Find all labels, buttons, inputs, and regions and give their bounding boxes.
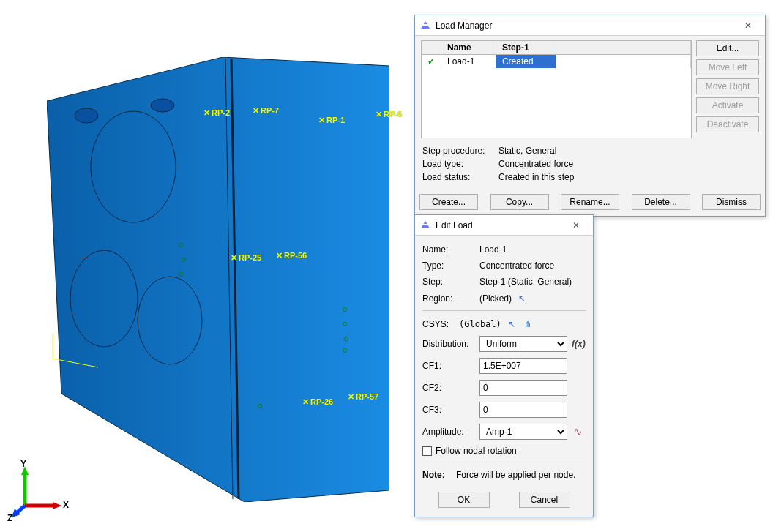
axis-label-x: X <box>63 500 69 510</box>
load-arrow: → <box>81 253 89 262</box>
note-label: Note: <box>422 470 445 480</box>
title-text: Load Manager <box>436 20 736 31</box>
pick-region-icon[interactable]: ↖ <box>516 293 528 304</box>
mesh-node <box>343 322 347 326</box>
svg-point-3 <box>75 108 98 123</box>
mesh-node <box>258 404 262 408</box>
mesh-node <box>179 272 183 277</box>
titlebar[interactable]: Load Manager ✕ <box>415 15 765 36</box>
fx-icon[interactable]: f(x) <box>572 339 586 349</box>
type-label: Type: <box>422 261 475 271</box>
row-step1: Created <box>496 55 556 69</box>
svg-rect-19 <box>422 224 428 225</box>
step-label: Step: <box>422 277 475 287</box>
load-type-label: Load type: <box>422 159 498 169</box>
titlebar[interactable]: Edit Load ✕ <box>415 215 593 236</box>
distribution-select[interactable]: Uniform <box>479 336 567 352</box>
ok-button[interactable]: OK <box>438 492 490 508</box>
cancel-button[interactable]: Cancel <box>519 492 570 508</box>
cf2-label: CF2: <box>422 383 475 393</box>
type-value: Concentrated force <box>479 261 554 271</box>
distribution-label: Distribution: <box>422 339 475 349</box>
svg-marker-13 <box>53 502 61 509</box>
follow-rotation-label: Follow nodal rotation <box>436 446 517 456</box>
edit-load-dialog: Edit Load ✕ Name:Load-1 Type:Concentrate… <box>414 214 594 517</box>
name-value: Load-1 <box>479 244 507 255</box>
load-status-value: Created in this step <box>498 172 574 182</box>
reference-point-rp-56[interactable]: RP-56 <box>276 251 307 261</box>
svg-rect-17 <box>422 24 428 26</box>
reference-point-rp-26[interactable]: RP-26 <box>302 397 333 407</box>
svg-point-4 <box>151 99 174 112</box>
close-icon[interactable]: ✕ <box>736 20 761 31</box>
axis-triad: Y X Z <box>10 463 69 522</box>
region-label: Region: <box>422 293 475 304</box>
app-icon <box>419 20 431 31</box>
mesh-node <box>344 337 348 341</box>
create-button[interactable]: Create... <box>419 194 478 210</box>
mesh-node <box>343 307 347 312</box>
amplitude-label: Amplitude: <box>422 427 475 437</box>
load-type-value: Concentrated force <box>498 159 573 169</box>
rename-button[interactable]: Rename... <box>561 194 619 210</box>
loads-table[interactable]: Name Step-1 ✓Load-1Created <box>421 40 692 138</box>
cf3-label: CF3: <box>422 405 475 415</box>
move-right-button: Move Right <box>696 78 759 94</box>
axis-label-y: Y <box>20 459 26 469</box>
col-step1[interactable]: Step-1 <box>496 41 556 55</box>
load-status-label: Load status: <box>422 172 498 182</box>
dismiss-button[interactable]: Dismiss <box>702 194 761 210</box>
cf3-input[interactable] <box>479 402 567 418</box>
copy-button[interactable]: Copy... <box>490 194 549 210</box>
reference-point-rp-2[interactable]: RP-2 <box>203 108 230 118</box>
row-name: Load-1 <box>441 55 496 69</box>
name-label: Name: <box>422 244 475 255</box>
app-icon <box>419 220 431 231</box>
row-check-icon: ✓ <box>422 55 441 69</box>
title-text: Edit Load <box>436 220 564 231</box>
delete-button[interactable]: Delete... <box>632 194 690 210</box>
cf1-label: CF1: <box>422 361 475 371</box>
cf1-input[interactable] <box>479 358 567 374</box>
step-value: Step-1 (Static, General) <box>479 277 572 287</box>
move-left-button: Move Left <box>696 59 759 75</box>
pick-csys-icon[interactable]: ↖ <box>506 318 518 330</box>
viewport-3d[interactable]: → RP-2RP-7RP-1RP-6RP-25RP-56RP-26RP-57 Y… <box>0 0 410 532</box>
activate-button: Activate <box>696 97 759 113</box>
note-text: Force will be applied per node. <box>456 470 575 480</box>
amplitude-select[interactable]: Amp-1 <box>479 424 567 440</box>
mesh-node <box>179 243 183 247</box>
region-value: (Picked) <box>479 293 512 304</box>
csys-value: (Global) <box>459 319 501 329</box>
step-procedure-value: Static, General <box>498 146 556 156</box>
deactivate-button: Deactivate <box>696 116 759 132</box>
reference-point-rp-7[interactable]: RP-7 <box>253 106 279 116</box>
close-icon[interactable]: ✕ <box>564 220 589 231</box>
reference-point-rp-25[interactable]: RP-25 <box>231 253 261 263</box>
reference-point-rp-57[interactable]: RP-57 <box>348 392 378 402</box>
side-buttons: Edit...Move LeftMove RightActivateDeacti… <box>696 40 759 138</box>
edit-button[interactable]: Edit... <box>696 40 759 56</box>
load-manager-dialog: Load Manager ✕ Name Step-1 ✓Load-1Create… <box>414 15 766 217</box>
mesh-node <box>343 348 347 353</box>
create-csys-icon[interactable]: ⋔ <box>522 318 534 330</box>
step-procedure-label: Step procedure: <box>422 146 498 156</box>
table-row[interactable]: ✓Load-1Created <box>422 55 691 69</box>
col-name[interactable]: Name <box>441 41 496 55</box>
reference-point-rp-6[interactable]: RP-6 <box>376 110 402 119</box>
follow-rotation-checkbox[interactable]: Follow nodal rotation <box>422 446 517 456</box>
reference-point-rp-1[interactable]: RP-1 <box>318 116 345 125</box>
cf2-input[interactable] <box>479 380 567 396</box>
csys-label: CSYS: <box>422 319 455 329</box>
axis-label-z: Z <box>7 513 12 523</box>
mesh-node <box>182 258 186 262</box>
amplitude-plot-icon[interactable]: ∿ <box>572 426 583 438</box>
